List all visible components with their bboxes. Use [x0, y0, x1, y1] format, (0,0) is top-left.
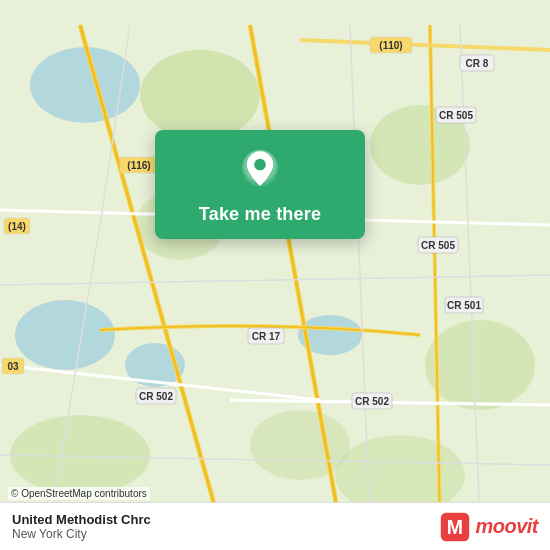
svg-text:(14): (14) [8, 221, 26, 232]
svg-point-0 [30, 47, 140, 123]
svg-text:CR 8: CR 8 [466, 58, 489, 69]
svg-line-22 [460, 25, 480, 525]
svg-point-4 [140, 50, 260, 140]
map-svg: (110) CR 8 (116) (14) CR 505 CR 505 CR 1… [0, 0, 550, 550]
location-name: United Methodist Chrc [12, 512, 151, 527]
location-info: United Methodist Chrc New York City [12, 512, 151, 541]
svg-point-53 [254, 159, 266, 171]
moovit-logo: M moovit [439, 511, 538, 543]
svg-point-6 [425, 320, 535, 410]
take-me-there-label: Take me there [199, 204, 321, 225]
svg-text:CR 502: CR 502 [139, 391, 173, 402]
moovit-icon: M [439, 511, 471, 543]
svg-text:CR 505: CR 505 [421, 240, 455, 251]
svg-text:CR 505: CR 505 [439, 110, 473, 121]
bottom-bar: United Methodist Chrc New York City M mo… [0, 502, 550, 550]
map-container: (110) CR 8 (116) (14) CR 505 CR 505 CR 1… [0, 0, 550, 550]
svg-text:CR 502: CR 502 [355, 396, 389, 407]
take-me-there-card[interactable]: Take me there [155, 130, 365, 239]
svg-text:03: 03 [7, 361, 19, 372]
svg-text:M: M [447, 516, 463, 538]
moovit-text: moovit [475, 515, 538, 538]
svg-point-1 [15, 300, 115, 370]
svg-text:(116): (116) [127, 160, 150, 171]
svg-text:CR 17: CR 17 [252, 331, 281, 342]
svg-point-9 [250, 410, 350, 480]
location-city: New York City [12, 527, 151, 541]
svg-text:CR 501: CR 501 [447, 300, 481, 311]
location-pin-icon [236, 148, 284, 196]
svg-line-17 [300, 40, 550, 50]
svg-text:(110): (110) [379, 40, 402, 51]
svg-line-23 [0, 275, 550, 285]
osm-attribution: © OpenStreetMap contributors [8, 487, 150, 500]
